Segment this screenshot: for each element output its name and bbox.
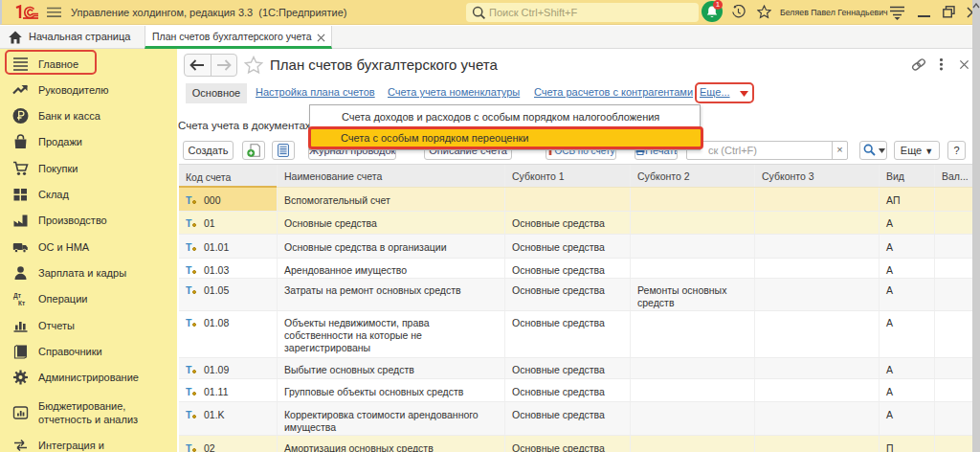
svg-text:Дт: Дт	[13, 292, 21, 300]
svg-text:Кт: Кт	[18, 300, 25, 306]
